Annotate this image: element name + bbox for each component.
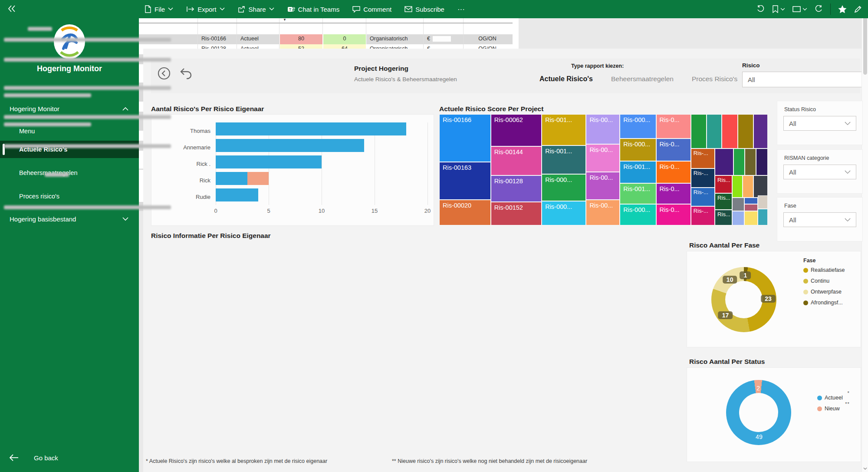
treemap-tile[interactable]: Ris-00166 (439, 114, 491, 162)
treemap-tile[interactable] (738, 114, 753, 149)
treemap-tile[interactable] (691, 114, 707, 149)
treemap-tile[interactable] (732, 211, 744, 225)
file-menu[interactable]: File (145, 5, 173, 13)
filter-value: All (789, 168, 796, 176)
treemap-tile[interactable]: Ris-... (691, 168, 715, 188)
fase-dropdown[interactable]: All (783, 212, 856, 227)
treemap-tile[interactable]: Ris-0... (656, 161, 691, 183)
refresh-icon (815, 5, 823, 13)
subscribe-button[interactable]: Subscribe (404, 6, 444, 13)
go-back-button[interactable]: Go back (0, 454, 139, 462)
legend-item[interactable]: Realisatiefase (803, 267, 845, 273)
treemap-tile[interactable] (722, 114, 738, 149)
treemap-tile[interactable]: Ris... (715, 175, 732, 193)
risman-categorie-dropdown[interactable]: All (783, 165, 856, 179)
donut-data-label: 23 (761, 295, 776, 303)
treemap-tile[interactable]: Ris-000... (542, 174, 586, 201)
treemap-tile[interactable] (753, 114, 768, 149)
treemap-tile[interactable]: Ris-00152 (491, 202, 542, 225)
sidebar-item-hogering-basisbestand[interactable]: Hogering basisbestand (0, 210, 139, 228)
legend-item[interactable]: Continu (803, 278, 845, 284)
tab-proces-risicos[interactable]: Proces Risico's (692, 75, 737, 83)
treemap-tile[interactable]: Ris-00020 (439, 200, 491, 225)
treemap-tile[interactable]: Ris-... (691, 149, 715, 168)
refresh-button[interactable] (815, 5, 823, 13)
treemap-tile[interactable]: Ris-000... (620, 114, 656, 139)
treemap-tile[interactable]: Ris-0... (656, 183, 691, 205)
back-circle-button[interactable] (157, 66, 171, 82)
treemap-tile[interactable]: Ris-00... (586, 144, 620, 172)
treemap-tile[interactable]: Ris-0... (656, 114, 691, 139)
treemap-tile[interactable] (756, 149, 768, 175)
bar-segment[interactable] (247, 172, 269, 185)
treemap-tile[interactable]: Ris-... (691, 188, 715, 207)
collapse-sidebar-icon[interactable] (7, 4, 16, 13)
reset-view-button[interactable] (756, 5, 765, 13)
tab-actuele-risicos[interactable]: Actuele Risico's (539, 75, 593, 83)
treemap-tile[interactable] (758, 209, 768, 225)
comment-button[interactable]: Comment (352, 6, 391, 13)
treemap-tile[interactable]: Ris-00... (586, 172, 620, 200)
legend-dot (803, 290, 808, 294)
edit-button[interactable] (854, 5, 862, 13)
bar-chart-title: Aantal Risico's Per Risico Eigenaar (151, 105, 264, 113)
bar-segment[interactable] (216, 172, 247, 185)
treemap-tile[interactable]: Ris... (715, 210, 732, 225)
treemap-tile[interactable] (707, 114, 722, 149)
treemap-tile[interactable]: Ris-00144 (491, 146, 542, 175)
treemap-tile[interactable]: Ris-000... (620, 139, 656, 161)
sidebar-item-proces-risicos[interactable]: Proces risico's (0, 188, 139, 205)
treemap-tile[interactable]: Ris-00128 (491, 175, 542, 202)
treemap-tile[interactable] (743, 175, 753, 198)
export-menu[interactable]: Export (186, 6, 224, 13)
treemap-tile[interactable]: Ris-00... (586, 114, 620, 144)
legend-item[interactable]: Ontwerpfase (803, 289, 845, 295)
filter-status-risico: Status Risico All (777, 101, 863, 145)
treemap-tile[interactable] (753, 175, 768, 198)
treemap-tile[interactable] (744, 204, 757, 211)
treemap-tile[interactable]: Ris-001... (542, 114, 586, 145)
view-mode-button[interactable] (792, 6, 807, 12)
legend-item[interactable]: Afrondingsf... (803, 300, 845, 306)
bar-segment[interactable] (216, 188, 258, 201)
treemap-tile[interactable] (715, 149, 733, 175)
legend-item[interactable]: Nieuw** (817, 406, 843, 412)
treemap-tile[interactable]: Ris-... (691, 206, 715, 225)
sidebar-item-actuele-risicos[interactable]: Actuele Risico's (0, 141, 139, 158)
share-menu[interactable]: Share (238, 6, 274, 13)
treemap-tile[interactable] (732, 175, 743, 198)
treemap-tile[interactable] (745, 149, 756, 175)
sidebar-item-label: Hogering Monitor (10, 105, 122, 112)
status-risico-dropdown[interactable]: All (783, 116, 856, 131)
treemap-tile[interactable]: Ris-00163 (439, 162, 491, 200)
treemap-tile[interactable] (744, 198, 757, 204)
more-options-button[interactable]: ··· (457, 6, 465, 13)
treemap-tile[interactable] (733, 149, 745, 175)
bar-segment[interactable] (216, 122, 406, 135)
undo-navigation-button[interactable] (180, 67, 193, 81)
treemap-tile[interactable]: Ris-00... (586, 200, 620, 225)
treemap-tile[interactable]: Ris... (715, 193, 732, 210)
treemap-tile[interactable]: Ris-001... (542, 145, 586, 175)
tab-beheersmaatregelen[interactable]: Beheersmaatregelen (611, 75, 674, 83)
legend-item[interactable]: Actueel* (817, 395, 843, 401)
treemap-tile[interactable]: Ris-00062 (491, 114, 542, 146)
treemap-tile[interactable] (732, 198, 744, 211)
treemap-tile[interactable] (758, 195, 768, 209)
sidebar-item-beheersmaatregelen[interactable]: Beheersmaatregelen (0, 164, 139, 182)
treemap-tile[interactable]: Ris-0... (656, 204, 691, 225)
treemap-tile[interactable]: Ris-001... (620, 161, 656, 183)
favorite-button[interactable] (838, 5, 847, 13)
chat-in-teams-button[interactable]: T Chat in Teams (287, 6, 340, 13)
risico-filter-dropdown[interactable]: All (742, 72, 868, 87)
treemap-tile[interactable] (744, 211, 757, 225)
sidebar-item-hogering-monitor[interactable]: Hogering Monitor (0, 100, 139, 117)
report-title: Project Hogering (354, 65, 408, 73)
treemap-tile[interactable]: Ris-001... (620, 183, 656, 205)
bar-segment[interactable] (216, 139, 364, 152)
treemap-tile[interactable]: Ris-0... (656, 139, 691, 161)
treemap-tile[interactable]: Ris-000... (620, 204, 656, 225)
bookmarks-button[interactable] (772, 5, 785, 13)
bar-segment[interactable] (216, 155, 322, 168)
treemap-tile[interactable]: Ris-000... (542, 201, 586, 225)
